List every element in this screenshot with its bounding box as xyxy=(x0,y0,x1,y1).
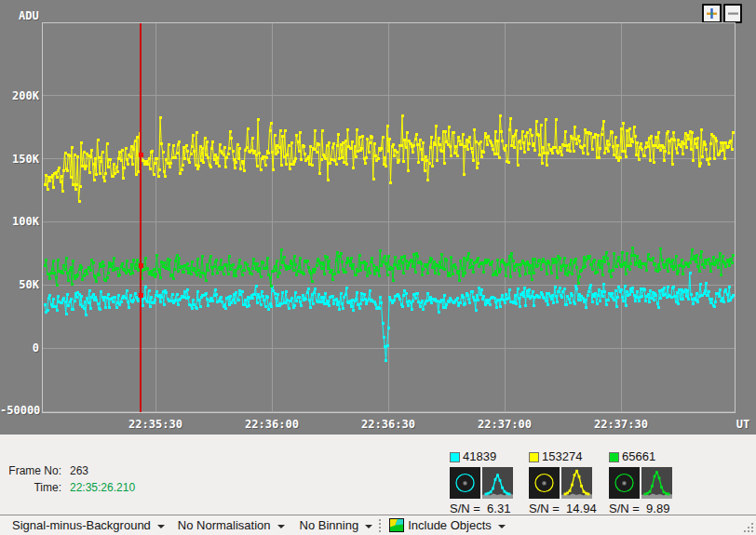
legend-item-cyan: 41839 S/N = 6.31 xyxy=(450,451,528,515)
y-axis-title: ADU xyxy=(19,9,39,22)
psf-thumbnail xyxy=(561,467,592,499)
signal-to-noise-label: S/N = 6.31 xyxy=(450,502,510,515)
series-color-swatch xyxy=(609,452,619,462)
frame-info: Frame No: 263 Time: 22:35:26.210 xyxy=(7,462,135,496)
aperture-circle-icon xyxy=(609,467,640,499)
psf-profile-icon xyxy=(561,467,592,499)
light-curve-canvas[interactable] xyxy=(43,23,735,412)
y-axis-tick-label: 50K xyxy=(0,278,39,291)
time-label: Time: xyxy=(7,481,61,494)
normalisation-dropdown[interactable]: No Normalisation xyxy=(173,516,290,535)
y-axis-tick-label: 200K xyxy=(0,89,39,102)
legend-item-yellow: 153274 S/N = 14.94 xyxy=(529,451,607,515)
psf-thumbnail xyxy=(641,467,672,499)
series-color-swatch xyxy=(450,452,460,462)
bottom-toolbar: Signal-minus-Background No Normalisation… xyxy=(0,515,756,535)
binning-label: No Binning xyxy=(300,518,359,532)
minus-icon xyxy=(728,8,738,19)
info-panel: Frame No: 263 Time: 22:35:26.210 41839 xyxy=(0,435,756,515)
chevron-down-icon xyxy=(498,525,506,528)
series-current-adu-value: 153274 xyxy=(542,451,582,462)
series-current-adu-value: 41839 xyxy=(463,451,496,462)
aperture-circle-icon xyxy=(450,467,480,499)
aperture-circle-icon xyxy=(529,467,560,499)
resize-grip-icon[interactable] xyxy=(742,521,753,532)
zoom-in-button[interactable] xyxy=(702,4,722,23)
aperture-thumbnail xyxy=(529,467,560,499)
signal-to-noise-label: S/N = 9.89 xyxy=(609,502,669,515)
zoom-out-button[interactable] xyxy=(723,4,742,23)
light-curve-window: ADU 200K 150K 100K 50K 0 -50000 22:35:30… xyxy=(0,0,756,535)
plot-area xyxy=(42,22,736,413)
x-axis-tick-label: 22:36:30 xyxy=(346,418,430,431)
x-axis-tick-label: 22:37:30 xyxy=(579,418,663,431)
psf-profile-icon xyxy=(641,467,672,499)
signal-to-noise-label: S/N = 14.94 xyxy=(529,502,597,515)
y-axis-tick-label: 100K xyxy=(0,215,39,228)
psf-thumbnail xyxy=(482,467,513,499)
y-axis-tick-label: 150K xyxy=(0,153,39,166)
include-objects-dropdown[interactable]: Include Objects xyxy=(385,516,510,535)
x-axis-unit-label: UT xyxy=(732,418,754,431)
psf-profile-icon xyxy=(482,467,513,499)
x-axis-tick-label: 22:37:00 xyxy=(463,418,547,431)
y-axis-tick-label: 0 xyxy=(0,341,39,354)
chevron-down-icon xyxy=(277,525,285,528)
chevron-down-icon xyxy=(157,525,165,528)
include-objects-icon xyxy=(389,518,404,532)
series-color-swatch xyxy=(529,452,539,462)
x-axis-tick-label: 22:36:00 xyxy=(230,418,314,431)
frame-no-value: 263 xyxy=(70,464,88,477)
y-axis-tick-label: -50000 xyxy=(0,404,39,417)
frame-no-label: Frame No: xyxy=(7,464,61,477)
signal-mode-label: Signal-minus-Background xyxy=(12,518,151,532)
chevron-down-icon xyxy=(365,525,372,528)
toolbar-separator xyxy=(379,519,381,532)
light-curve-chart-region: ADU 200K 150K 100K 50K 0 -50000 22:35:30… xyxy=(0,0,756,435)
x-axis-tick-label: 22:35:30 xyxy=(114,418,197,431)
legend-item-green: 65661 S/N = 9.89 xyxy=(609,451,687,515)
plus-icon xyxy=(707,8,717,19)
signal-mode-dropdown[interactable]: Signal-minus-Background xyxy=(7,516,169,535)
aperture-thumbnail xyxy=(450,467,480,499)
include-objects-label: Include Objects xyxy=(408,518,492,532)
time-value: 22:35:26.210 xyxy=(70,481,135,494)
aperture-thumbnail xyxy=(609,467,640,499)
binning-dropdown[interactable]: No Binning xyxy=(295,516,378,535)
normalisation-label: No Normalisation xyxy=(178,518,271,532)
series-current-adu-value: 65661 xyxy=(622,451,655,462)
